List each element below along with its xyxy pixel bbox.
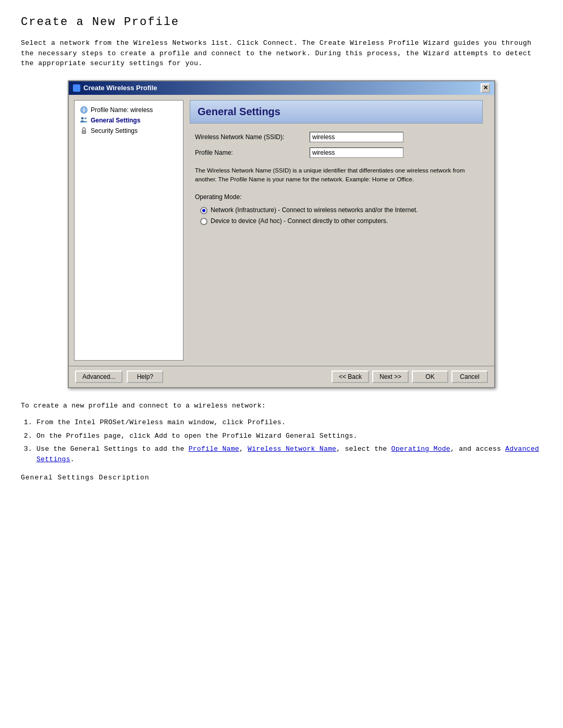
radio-adhoc[interactable]: Device to device (Ad hoc) - Connect dire… bbox=[190, 216, 483, 227]
right-panel: General Settings Wireless Network Name (… bbox=[183, 100, 489, 361]
link-profile-name[interactable]: Profile Name bbox=[189, 445, 239, 453]
link-wireless-network-name[interactable]: Wireless Network Name bbox=[248, 445, 336, 453]
advanced-button[interactable]: Advanced... bbox=[75, 371, 123, 383]
step-1: From the Intel PROSet/Wireless main wind… bbox=[36, 417, 542, 428]
footer-right: << Back Next >> OK Cancel bbox=[332, 371, 488, 383]
panel-title: General Settings bbox=[198, 106, 475, 118]
steps-list: From the Intel PROSet/Wireless main wind… bbox=[21, 417, 542, 464]
profile-name-label-form: Profile Name: bbox=[195, 149, 310, 156]
dialog-titlebar: Create Wireless Profile ✕ bbox=[69, 81, 494, 95]
radio-adhoc-btn[interactable] bbox=[200, 218, 207, 225]
svg-point-5 bbox=[81, 117, 84, 119]
ssid-label: Wireless Network Name (SSID): bbox=[195, 133, 310, 141]
radio-infrastructure-btn[interactable] bbox=[200, 207, 207, 214]
general-settings-label: General Settings bbox=[91, 117, 140, 124]
people-icon bbox=[80, 116, 88, 125]
step-3: Use the General Settings to add the Prof… bbox=[36, 444, 542, 464]
cancel-button[interactable]: Cancel bbox=[451, 371, 488, 383]
profile-name-label: Profile Name: wireless bbox=[91, 106, 153, 114]
svg-point-8 bbox=[83, 131, 84, 132]
section-title: General Settings Description bbox=[21, 474, 542, 482]
radio-infrastructure[interactable]: Network (Infrastructure) - Connect to wi… bbox=[190, 205, 483, 216]
next-button[interactable]: Next >> bbox=[372, 371, 409, 383]
form-description: The Wireless Network Name (SSID) is a un… bbox=[190, 163, 483, 192]
lock-icon bbox=[80, 127, 88, 135]
security-settings-label: Security Settings bbox=[91, 127, 138, 134]
dialog-footer: Advanced... Help? << Back Next >> OK Can… bbox=[69, 366, 494, 387]
dialog-icon bbox=[73, 84, 80, 92]
dialog-title: Create Wireless Profile bbox=[83, 84, 157, 92]
profile-name-row: Profile Name: bbox=[190, 147, 483, 158]
step-2: On the Profiles page, click Add to open … bbox=[36, 431, 542, 441]
profile-name-input[interactable] bbox=[310, 147, 403, 158]
ssid-row: Wireless Network Name (SSID): bbox=[190, 132, 483, 142]
svg-point-6 bbox=[84, 117, 87, 119]
page-title: Create a New Profile bbox=[21, 16, 542, 29]
footer-left: Advanced... Help? bbox=[75, 371, 327, 383]
dialog-body: Profile Name: wireless General Settings bbox=[69, 95, 494, 366]
radio-infrastructure-label: Network (Infrastructure) - Connect to wi… bbox=[211, 206, 418, 214]
security-settings-item[interactable]: Security Settings bbox=[78, 126, 180, 136]
globe-icon bbox=[80, 106, 88, 114]
profile-name-item: Profile Name: wireless bbox=[78, 105, 180, 115]
operating-mode-label: Operating Mode: bbox=[190, 191, 483, 205]
left-panel: Profile Name: wireless General Settings bbox=[74, 100, 183, 361]
body-intro: To create a new profile and connect to a… bbox=[21, 401, 542, 412]
body-content: To create a new profile and connect to a… bbox=[21, 401, 542, 482]
dialog-window: Create Wireless Profile ✕ Profile Name: … bbox=[68, 80, 495, 388]
ssid-input[interactable] bbox=[310, 132, 403, 142]
radio-adhoc-label: Device to device (Ad hoc) - Connect dire… bbox=[211, 217, 388, 225]
link-operating-mode[interactable]: Operating Mode bbox=[391, 445, 450, 453]
help-button[interactable]: Help? bbox=[127, 371, 163, 383]
close-button[interactable]: ✕ bbox=[481, 83, 490, 93]
ok-button[interactable]: OK bbox=[412, 371, 448, 383]
panel-header: General Settings bbox=[190, 100, 483, 124]
general-settings-item[interactable]: General Settings bbox=[78, 115, 180, 126]
back-button[interactable]: << Back bbox=[332, 371, 369, 383]
intro-paragraph: Select a network from the Wireless Netwo… bbox=[21, 38, 542, 69]
titlebar-left: Create Wireless Profile bbox=[73, 84, 157, 92]
